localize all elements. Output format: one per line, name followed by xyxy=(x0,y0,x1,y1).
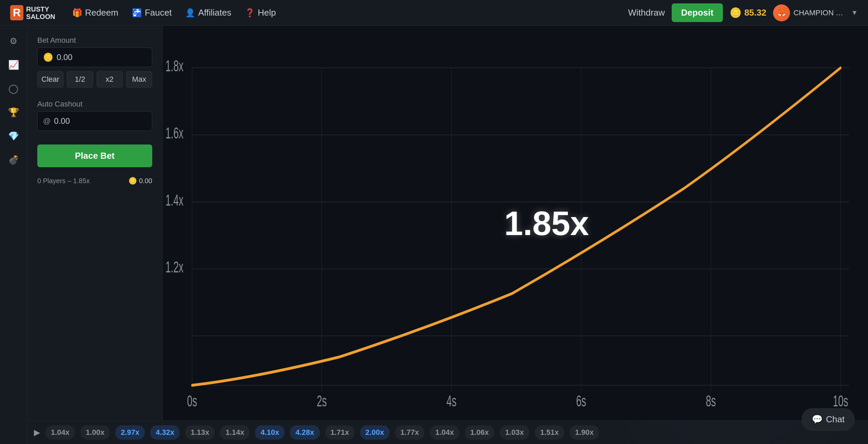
history-item[interactable]: 1.04x xyxy=(45,425,75,440)
history-item[interactable]: 1.90x xyxy=(570,425,599,440)
svg-text:8s: 8s xyxy=(706,392,716,410)
nav-help[interactable]: ❓ Help xyxy=(245,7,276,18)
chart-svg: 1.8x 1.6x 1.4x 1.2x 0s 2s 4s 6s 8s 10s xyxy=(166,33,858,413)
players-balance: 🪙 0.00 xyxy=(129,177,152,185)
bet-action-buttons: Clear 1/2 x2 Max xyxy=(37,71,152,88)
nav-faucet-label: Faucet xyxy=(145,7,172,18)
history-item[interactable]: 4.10x xyxy=(255,425,284,440)
username: CHAMPION RU... xyxy=(793,8,848,17)
auto-cashout-label: Auto Cashout xyxy=(37,100,152,109)
avatar: 🦊 xyxy=(773,4,790,21)
chat-label: Chat xyxy=(826,414,845,425)
bet-amount-field[interactable]: 🪙 0.00 xyxy=(37,47,152,67)
svg-text:1.2x: 1.2x xyxy=(166,258,183,276)
history-arrow-icon[interactable]: ▶ xyxy=(34,428,40,437)
players-balance-value: 0.00 xyxy=(139,177,152,185)
chart-area: 1.8x 1.6x 1.4x 1.2x 0s 2s 4s 6s 8s 10s 1… xyxy=(163,26,868,420)
history-item[interactable]: 1.51x xyxy=(535,425,564,440)
svg-text:10s: 10s xyxy=(833,392,848,410)
deposit-button[interactable]: Deposit xyxy=(672,3,723,22)
svg-text:1.8x: 1.8x xyxy=(166,57,183,75)
history-item[interactable]: 1.03x xyxy=(500,425,529,440)
history-item[interactable]: 4.32x xyxy=(150,425,180,440)
history-item[interactable]: 1.00x xyxy=(80,425,110,440)
clear-button[interactable]: Clear xyxy=(37,71,63,88)
nav-links: 🎁 Redeem 🚰 Faucet 👤 Affiliates ❓ Help xyxy=(72,7,628,18)
balance-display: 🪙 85.32 xyxy=(730,7,766,18)
chat-button[interactable]: 💬 Chat xyxy=(802,408,854,430)
coin-icon: 🪙 xyxy=(730,7,742,18)
history-item[interactable]: 1.71x xyxy=(325,425,355,440)
user-section[interactable]: 🦊 CHAMPION RU... ▼ xyxy=(773,4,858,21)
svg-text:1.6x: 1.6x xyxy=(166,124,183,142)
sidebar-item-settings[interactable]: ⚙ xyxy=(5,33,22,50)
bet-amount-value: 0.00 xyxy=(57,53,73,62)
svg-text:1.4x: 1.4x xyxy=(166,192,183,209)
main-content: Bet Amount 🪙 0.00 Clear 1/2 x2 Max Auto … xyxy=(27,26,868,444)
nav-redeem[interactable]: 🎁 Redeem xyxy=(72,7,118,18)
game-area: Bet Amount 🪙 0.00 Clear 1/2 x2 Max Auto … xyxy=(27,26,868,420)
logo-saloon: SALOON xyxy=(26,13,55,20)
history-item[interactable]: 1.04x xyxy=(430,425,459,440)
svg-text:0s: 0s xyxy=(187,392,197,410)
help-icon: ❓ xyxy=(245,8,255,18)
players-text: 0 Players – 1.85x xyxy=(37,177,90,185)
balance-value: 85.32 xyxy=(744,7,766,18)
logo-r-letter: R xyxy=(13,6,21,19)
sidebar-item-trending[interactable]: 📈 xyxy=(5,56,22,73)
nav-help-label: Help xyxy=(258,7,276,18)
players-coin-icon: 🪙 xyxy=(129,177,137,185)
place-bet-button[interactable]: Place Bet xyxy=(37,144,152,167)
history-item[interactable]: 1.77x xyxy=(395,425,425,440)
chat-icon: 💬 xyxy=(812,414,823,425)
sidebar-item-github[interactable]: ◯ xyxy=(5,80,22,97)
nav-affiliates-label: Affiliates xyxy=(198,7,231,18)
redeem-icon: 🎁 xyxy=(72,8,82,18)
logo[interactable]: R RUSTY SALOON xyxy=(10,5,55,20)
at-symbol: @ xyxy=(43,117,51,126)
withdraw-button[interactable]: Withdraw xyxy=(628,7,665,18)
chevron-down-icon: ▼ xyxy=(851,9,858,17)
history-item[interactable]: 2.97x xyxy=(115,425,145,440)
history-item[interactable]: 1.14x xyxy=(220,425,250,440)
auto-cashout-value: 0.00 xyxy=(54,116,70,126)
double-button[interactable]: x2 xyxy=(97,71,123,88)
nav-faucet[interactable]: 🚰 Faucet xyxy=(132,7,172,18)
svg-text:6s: 6s xyxy=(576,392,586,410)
affiliates-icon: 👤 xyxy=(185,8,195,18)
players-info: 0 Players – 1.85x 🪙 0.00 xyxy=(37,177,152,185)
history-item[interactable]: 2.00x xyxy=(360,425,390,440)
history-item[interactable]: 4.28x xyxy=(290,425,319,440)
sidebar-item-bomb[interactable]: 💣 xyxy=(5,151,22,168)
faucet-icon: 🚰 xyxy=(132,8,142,18)
nav-right: Withdraw Deposit 🪙 85.32 🦊 CHAMPION RU..… xyxy=(628,3,858,22)
bet-coin-icon: 🪙 xyxy=(43,53,53,62)
svg-text:4s: 4s xyxy=(447,392,457,410)
nav-redeem-label: Redeem xyxy=(85,7,118,18)
chart-container: 1.8x 1.6x 1.4x 1.2x 0s 2s 4s 6s 8s 10s 1… xyxy=(166,33,858,413)
history-item[interactable]: 1.13x xyxy=(185,425,215,440)
history-item[interactable]: 1.06x xyxy=(465,425,494,440)
history-bar: ▶ 1.04x 1.00x 2.97x 4.32x 1.13x 1.14x 4.… xyxy=(27,420,868,444)
sidebar: ⚙ 📈 ◯ 🏆 💎 💣 xyxy=(0,26,27,444)
top-navigation: R RUSTY SALOON 🎁 Redeem 🚰 Faucet 👤 Affil… xyxy=(0,0,868,26)
half-button[interactable]: 1/2 xyxy=(67,71,93,88)
svg-text:2s: 2s xyxy=(317,392,327,410)
logo-rusty: RUSTY xyxy=(26,5,55,13)
sidebar-item-trophy[interactable]: 🏆 xyxy=(5,104,22,121)
bet-amount-label: Bet Amount xyxy=(37,36,152,45)
bet-panel: Bet Amount 🪙 0.00 Clear 1/2 x2 Max Auto … xyxy=(27,26,163,420)
auto-cashout-field[interactable]: @ 0.00 xyxy=(37,111,152,131)
sidebar-item-gem[interactable]: 💎 xyxy=(5,128,22,144)
nav-affiliates[interactable]: 👤 Affiliates xyxy=(185,7,231,18)
max-button[interactable]: Max xyxy=(126,71,152,88)
